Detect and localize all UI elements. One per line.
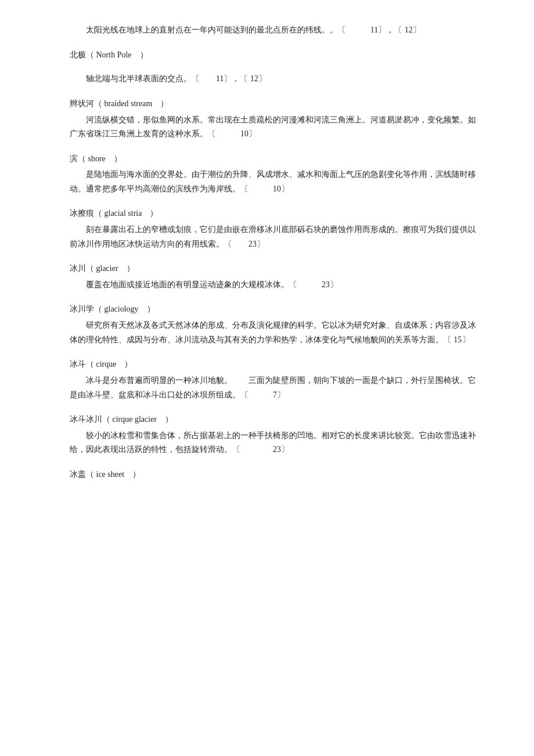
entry-cirque-glacier: 冰斗冰川（ cirque glacier ） 较小的冰粒雪和雪集合体，所占据基岩…: [58, 413, 476, 457]
cirque-glacier-title: 冰斗冰川（ cirque glacier ）: [58, 413, 476, 426]
glacial-stria-body: 刻在暴露出石上的窄槽或划痕，它们是由嵌在滑移冰川底部砾石块的磨蚀作用而形成的。擦…: [58, 223, 476, 251]
entry-cirque: 冰斗（ cirque ） 冰斗是分布普遍而明显的一种冰川地貌。 三面为陡壁所围，…: [58, 357, 476, 402]
page-content: 太阳光线在地球上的直射点在一年内可能达到的最北点所在的纬线。。〔 11〕，〔 1…: [58, 23, 476, 482]
entry-ice-sheet: 冰盖（ ice sheet ）: [58, 468, 476, 482]
entry-glacier: 冰川（ glacier ） 覆盖在地面或接近地面的有明显运动迹象的大规模冰体。〔…: [58, 262, 476, 292]
north-pole-title: 北极（ North Pole ）: [58, 48, 476, 62]
entry-arctic-circle-def: 太阳光线在地球上的直射点在一年内可能达到的最北点所在的纬线。。〔 11〕，〔 1…: [58, 23, 476, 38]
entry-glaciology: 冰川学（ glaciology ） 研究所有天然冰及各式天然冰体的形成、分布及演…: [58, 302, 476, 347]
glacial-stria-title: 冰擦痕（ glacial stria ）: [58, 207, 476, 220]
shore-body: 是陆地面与海水面的交界处。由于潮位的升降、风成增水、减水和海面上气压的急剧变化等…: [58, 168, 476, 196]
entry-north-pole: 北极（ North Pole ）: [58, 48, 476, 62]
glacier-title: 冰川（ glacier ）: [58, 262, 476, 276]
shore-title: 滨（ shore ）: [58, 152, 476, 166]
cirque-body: 冰斗是分布普遍而明显的一种冰川地貌。 三面为陡壁所围，朝向下坡的一面是个缺口，外…: [58, 374, 476, 402]
entry-glacial-stria: 冰擦痕（ glacial stria ） 刻在暴露出石上的窄槽或划痕，它们是由嵌…: [58, 207, 476, 251]
entry-north-pole-def: 轴北端与北半球表面的交点。〔 11〕，〔 12〕: [58, 72, 476, 86]
glaciology-body: 研究所有天然冰及各式天然冰体的形成、分布及演化规律的科学。它以冰为研究对象、自成…: [58, 319, 476, 347]
arctic-circle-def-text: 太阳光线在地球上的直射点在一年内可能达到的最北点所在的纬线。。〔 11〕，〔 1…: [58, 23, 476, 38]
glacier-body: 覆盖在地面或接近地面的有明显运动迹象的大规模冰体。〔 23〕: [58, 278, 476, 292]
braided-stream-title: 辫状河（ braided stream ）: [58, 97, 476, 111]
cirque-title: 冰斗（ cirque ）: [58, 357, 476, 371]
glaciology-title: 冰川学（ glaciology ）: [58, 302, 476, 316]
entry-braided-stream: 辫状河（ braided stream ） 河流纵横交错，形似鱼网的水系。常出现…: [58, 97, 476, 142]
north-pole-def-text: 轴北端与北半球表面的交点。〔 11〕，〔 12〕: [58, 72, 476, 86]
ice-sheet-title: 冰盖（ ice sheet ）: [58, 468, 476, 482]
entry-shore: 滨（ shore ） 是陆地面与海水面的交界处。由于潮位的升降、风成增水、减水和…: [58, 152, 476, 197]
braided-stream-body: 河流纵横交错，形似鱼网的水系。常出现在土质疏松的河漫滩和河流三角洲上。河道易淤易…: [58, 113, 476, 142]
cirque-glacier-body: 较小的冰粒雪和雪集合体，所占据基岩上的一种手扶椅形的凹地。相对它的长度来讲比较宽…: [58, 429, 476, 457]
